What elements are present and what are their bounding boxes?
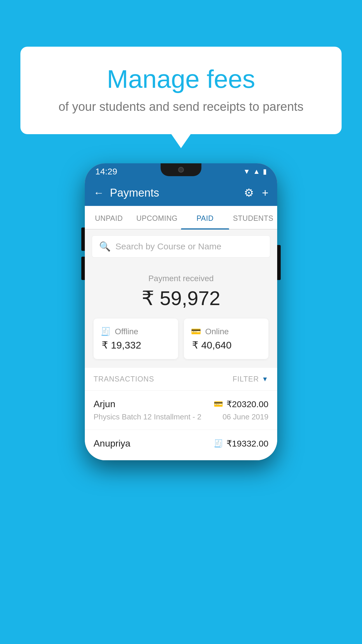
status-icons: ▼ ▲ ▮	[243, 167, 267, 176]
search-placeholder: Search by Course or Name	[115, 242, 222, 251]
cash-payment-icon: 🧾	[214, 439, 223, 448]
transaction-top: Arjun 💳 ₹20320.00	[94, 399, 268, 410]
search-container: 🔍 Search by Course or Name	[85, 230, 277, 263]
offline-icon: 🧾	[101, 327, 111, 336]
battery-icon: ▮	[263, 167, 267, 176]
transaction-course: Physics Batch 12 Installment - 2	[94, 412, 201, 421]
transactions-header: TRANSACTIONS FILTER ▼	[85, 368, 277, 391]
notch	[161, 163, 201, 176]
phone-container: 14:29 ▼ ▲ ▮ ← Payments ⚙ +	[85, 163, 277, 460]
offline-amount: ₹ 19,332	[101, 339, 141, 351]
filter-label: FILTER	[233, 375, 259, 383]
online-icon: 💳	[191, 327, 201, 336]
offline-card: 🧾 Offline ₹ 19,332	[94, 318, 178, 359]
tabs-bar: UNPAID UPCOMING PAID STUDENTS	[85, 206, 277, 230]
filter-icon: ▼	[262, 375, 268, 383]
transaction-bottom: Physics Batch 12 Installment - 2 06 June…	[94, 412, 268, 421]
side-button-right	[277, 245, 281, 280]
card-payment-icon: 💳	[214, 400, 223, 409]
transaction-amount: ₹19332.00	[226, 438, 268, 449]
payment-total-amount: ₹ 59,972	[94, 287, 268, 310]
page-title: Payments	[110, 187, 159, 199]
wifi-icon: ▼	[243, 167, 250, 176]
camera	[178, 167, 184, 173]
payment-received-label: Payment received	[94, 274, 268, 283]
side-button-left-bottom	[81, 257, 85, 280]
app-header: ← Payments ⚙ +	[85, 180, 277, 206]
phone-screen: 14:29 ▼ ▲ ▮ ← Payments ⚙ +	[85, 163, 277, 460]
offline-card-header: 🧾 Offline	[101, 327, 138, 336]
gear-icon[interactable]: ⚙	[244, 186, 254, 199]
payment-summary: Payment received ₹ 59,972 🧾 Offline ₹ 19…	[85, 263, 277, 368]
speech-bubble-title: Manage fees	[44, 64, 318, 94]
phone-wrapper: 14:29 ▼ ▲ ▮ ← Payments ⚙ +	[85, 163, 277, 460]
filter-button[interactable]: FILTER ▼	[233, 375, 268, 383]
tab-paid[interactable]: PAID	[181, 206, 229, 229]
transaction-name: Arjun	[94, 399, 115, 410]
transactions-label: TRANSACTIONS	[94, 375, 154, 383]
side-button-left-top	[81, 228, 85, 251]
speech-bubble-subtitle: of your students and send receipts to pa…	[44, 100, 318, 114]
phone: 14:29 ▼ ▲ ▮ ← Payments ⚙ +	[85, 163, 277, 460]
online-amount: ₹ 40,640	[191, 339, 231, 351]
search-icon: 🔍	[99, 241, 111, 252]
online-card-header: 💳 Online	[191, 327, 229, 336]
status-time: 14:29	[95, 167, 117, 176]
back-button[interactable]: ←	[94, 187, 104, 199]
transaction-top: Anupriya 🧾 ₹19332.00	[94, 438, 268, 449]
header-left: ← Payments	[94, 187, 159, 199]
online-label: Online	[205, 327, 229, 336]
header-right: ⚙ +	[244, 186, 268, 199]
status-bar: 14:29 ▼ ▲ ▮	[85, 163, 277, 180]
search-bar[interactable]: 🔍 Search by Course or Name	[92, 235, 270, 258]
tab-upcoming[interactable]: UPCOMING	[133, 206, 181, 229]
transaction-row[interactable]: Arjun 💳 ₹20320.00 Physics Batch 12 Insta…	[85, 391, 277, 430]
tab-unpaid[interactable]: UNPAID	[85, 206, 133, 229]
transaction-row[interactable]: Anupriya 🧾 ₹19332.00	[85, 430, 277, 460]
tab-students[interactable]: STUDENTS	[229, 206, 277, 229]
payment-cards: 🧾 Offline ₹ 19,332 💳 Online ₹ 40,640	[94, 318, 268, 359]
offline-label: Offline	[115, 327, 138, 336]
signal-icon: ▲	[253, 167, 260, 176]
speech-bubble-container: Manage fees of your students and send re…	[20, 47, 342, 134]
transaction-date: 06 June 2019	[222, 412, 268, 421]
speech-bubble: Manage fees of your students and send re…	[20, 47, 342, 134]
transaction-amount-wrapper: 💳 ₹20320.00	[214, 399, 268, 409]
transaction-amount-wrapper: 🧾 ₹19332.00	[214, 438, 268, 449]
transaction-amount: ₹20320.00	[226, 399, 268, 409]
add-icon[interactable]: +	[262, 187, 268, 199]
online-card: 💳 Online ₹ 40,640	[184, 318, 268, 359]
transaction-name: Anupriya	[94, 438, 130, 449]
